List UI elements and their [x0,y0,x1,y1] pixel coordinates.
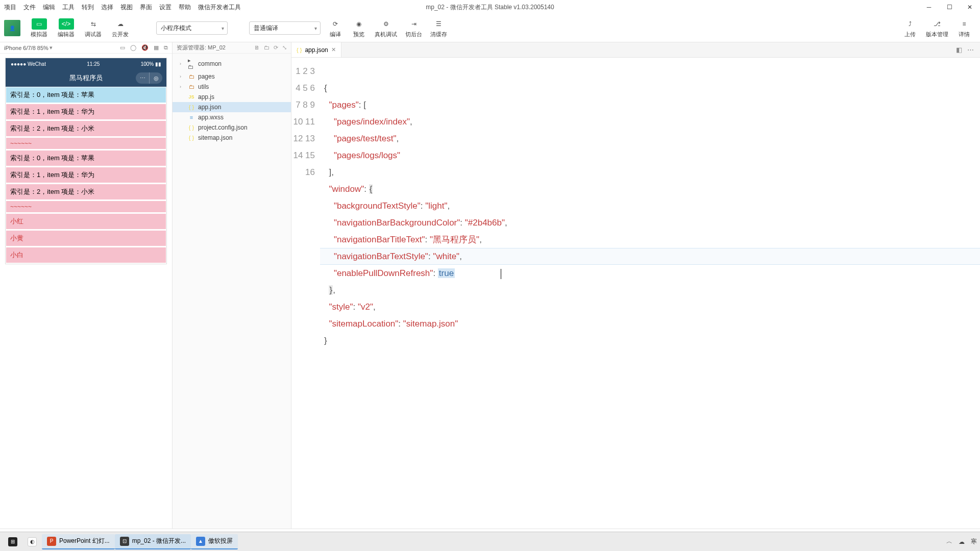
list-item: 索引是：0，item 项是：苹果 [6,150,166,166]
more-actions-icon[interactable]: ⋯ [967,46,974,54]
json-icon: { } [297,47,302,53]
tree-item-pages[interactable]: ›🗀pages [173,71,291,82]
menubar: 项目 文件 编辑 工具 转到 选择 视图 界面 设置 帮助 微信开发者工具 [4,3,241,12]
popout-icon[interactable]: ⧉ [164,44,168,51]
new-file-icon[interactable]: 🗎 [254,44,260,51]
windows-taskbar: ⊞ ◐ PPowerPoint 幻灯... ⊡mp_02 - 微信开发... ▲… [0,532,980,551]
phone-simulator: ●●●●● WeChat 11:25 100% ▮▮ 黑马程序员 ⋯ ◎ 索引是… [5,58,167,264]
list-item: 索引是：0，item 项是：苹果 [6,87,166,103]
code-editor[interactable]: 1 2 3 4 5 6 7 8 9 10 11 12 13 14 15 16 {… [291,58,980,529]
explorer-title: 资源管理器: MP_02 [177,44,226,52]
new-folder-icon[interactable]: 🗀 [264,44,270,51]
avatar[interactable]: 👤 [4,20,20,36]
start-button[interactable]: ⊞ [3,534,22,549]
toolbar: 👤 ▭模拟器 </>编辑器 ⇆调试器 ☁云开发 小程序模式 普通编译 ⟳编译 ◉… [0,14,980,42]
device-selector[interactable]: iPhone 6/7/8 85% [4,45,48,51]
list-item: 小白 [6,247,166,263]
menu-settings[interactable]: 设置 [159,3,172,12]
phone-status-bar: ●●●●● WeChat 11:25 100% ▮▮ [6,58,166,69]
split-editor-icon[interactable]: ◧ [956,46,962,54]
capsule-close-icon[interactable]: ◎ [149,72,162,84]
list-item: ~~~~~~ [6,201,166,213]
remote-debug-button[interactable]: ⚙真机调试 [371,17,401,39]
refresh-icon[interactable]: ⟳ [274,44,278,51]
compile-button[interactable]: ⟳编译 [324,17,347,39]
tray-onedrive-icon[interactable]: ☁ [959,538,965,545]
taskbar-wxdevtool[interactable]: ⊡mp_02 - 微信开发... [115,534,191,549]
line-gutter: 1 2 3 4 5 6 7 8 9 10 11 12 13 14 15 16 [291,58,322,529]
tree-item-label: project.config.json [198,124,248,131]
tree-item-project-config-json[interactable]: { }project.config.json [173,122,291,133]
mute-icon[interactable]: 🔇 [141,44,149,51]
menu-help[interactable]: 帮助 [179,3,191,12]
detail-button[interactable]: ≡详情 [952,17,976,39]
collapse-icon[interactable]: ⤡ [282,44,287,51]
tab-app-json[interactable]: { } app.json ✕ [291,42,341,57]
debugger-toggle[interactable]: ⇆调试器 [81,17,106,39]
menu-goto[interactable]: 转到 [82,3,94,12]
phone-nav-bar: 黑马程序员 ⋯ ◎ [6,69,166,87]
qr-icon[interactable]: ▦ [154,44,159,51]
editor-toggle[interactable]: </>编辑器 [54,17,79,39]
simulator-toggle[interactable]: ▭模拟器 [27,17,52,39]
close-button[interactable]: ✕ [960,0,980,14]
tree-item-label: sitemap.json [198,134,232,141]
file-explorer: 资源管理器: MP_02 🗎 🗀 ⟳ ⤡ ›▸🗀common›🗀pages›🗀u… [173,42,291,529]
tree-item-label: pages [198,73,215,80]
titlebar: 项目 文件 编辑 工具 转到 选择 视图 界面 设置 帮助 微信开发者工具 mp… [0,0,980,14]
menu-project[interactable]: 项目 [4,3,16,12]
preview-button[interactable]: ◉预览 [347,17,371,39]
rotate-icon[interactable]: ▭ [120,44,125,51]
taskbar-chrome[interactable]: ◐ [22,534,42,549]
menu-file[interactable]: 文件 [23,3,36,12]
text-cursor [501,269,501,279]
record-icon[interactable]: ◯ [130,44,136,51]
menu-ui[interactable]: 界面 [140,3,152,12]
tree-item-label: app.json [198,104,221,111]
list-item: 索引是：1，item 项是：华为 [6,104,166,120]
taskbar-apowermirror[interactable]: ▲傲软投屏 [191,534,238,549]
tree-item-label: common [198,60,222,67]
menu-view[interactable]: 视图 [120,3,133,12]
tree-item-utils[interactable]: ›🗀utils [173,82,291,92]
list-item: 索引是：1，item 项是：华为 [6,167,166,183]
menu-edit[interactable]: 编辑 [43,3,55,12]
background-button[interactable]: ⇥切后台 [401,17,426,39]
editor-pane: { } app.json ✕ ◧ ⋯ 1 2 3 4 5 6 7 8 9 10 … [291,42,980,529]
upload-button[interactable]: ⤴上传 [898,17,922,39]
list-item: 索引是：2，item 项是：小米 [6,184,166,200]
tree-item-app-js[interactable]: JSapp.js [173,92,291,102]
tree-item-sitemap-json[interactable]: { }sitemap.json [173,133,291,143]
tab-label: app.json [305,46,328,54]
file-tree: ›▸🗀common›🗀pages›🗀utilsJSapp.js{ }app.js… [173,54,291,145]
list-item: ~~~~~~ [6,137,166,149]
clear-cache-button[interactable]: ☰清缓存 [426,17,451,39]
menu-tool[interactable]: 工具 [62,3,75,12]
menu-wxdevtool[interactable]: 微信开发者工具 [198,3,241,12]
window-title: mp_02 - 微信开发者工具 Stable v1.03.2005140 [426,3,554,12]
tree-item-label: app.wxss [198,114,224,121]
menu-select[interactable]: 选择 [101,3,113,12]
taskbar-powerpoint[interactable]: PPowerPoint 幻灯... [42,534,115,549]
ime-indicator[interactable]: 寒 [971,537,977,546]
capsule-menu-icon[interactable]: ⋯ [136,72,149,84]
phone-body: 索引是：0，item 项是：苹果索引是：1，item 项是：华为索引是：2，it… [6,87,166,263]
tab-close-icon[interactable]: ✕ [331,46,336,53]
mode-select[interactable]: 小程序模式 [156,21,228,35]
tree-item-common[interactable]: ›▸🗀common [173,56,291,71]
list-item: 索引是：2，item 项是：小米 [6,120,166,137]
simulator-pane: iPhone 6/7/8 85%▾ ▭ ◯ 🔇 ▦ ⧉ ●●●●● WeChat… [0,42,173,529]
compile-mode-select[interactable]: 普通编译 [249,21,321,35]
minimize-button[interactable]: ─ [919,0,939,14]
list-item: 小黄 [6,230,166,246]
nav-title: 黑马程序员 [69,73,103,83]
version-button[interactable]: ⎇版本管理 [922,17,952,39]
cloud-dev-button[interactable]: ☁云开发 [108,17,133,39]
code-content[interactable]: { "pages": [ "pages/index/index", "pages… [322,58,980,529]
tree-item-app-wxss[interactable]: ≡app.wxss [173,112,291,122]
tree-item-app-json[interactable]: { }app.json [173,102,291,112]
list-item: 小红 [6,213,166,230]
tree-item-label: utils [198,83,209,90]
maximize-button[interactable]: ☐ [939,0,960,14]
tray-chevron-icon[interactable]: ︿ [946,537,952,546]
